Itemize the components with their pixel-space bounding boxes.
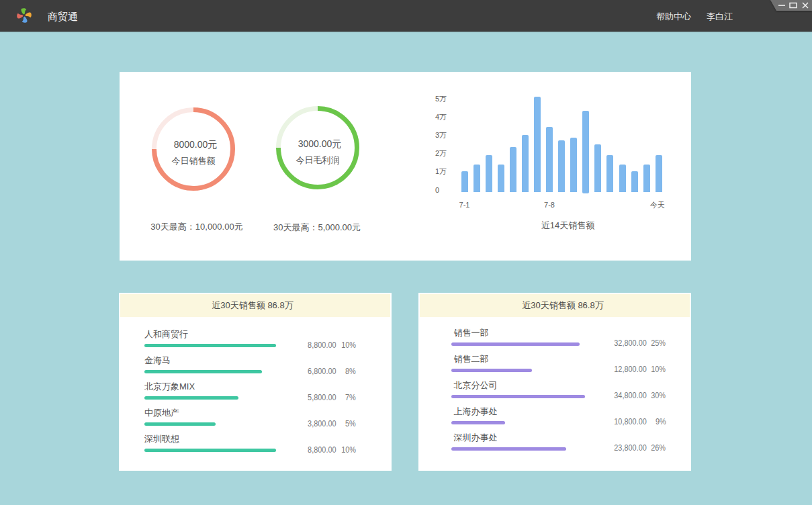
row-bar bbox=[144, 396, 238, 400]
row-value: 23,800.00 bbox=[614, 443, 647, 453]
y-axis-tick: 3万 bbox=[435, 130, 447, 140]
sales-bar bbox=[582, 111, 589, 193]
y-axis-tick: 4万 bbox=[435, 111, 447, 122]
row-bar bbox=[451, 421, 505, 424]
x-axis-tick: 7-8 bbox=[544, 201, 555, 209]
row-value: 12,800.00 bbox=[614, 364, 647, 374]
row-value: 10,800.00 bbox=[614, 416, 647, 426]
maximize-icon bbox=[788, 0, 799, 11]
close-icon bbox=[800, 0, 811, 11]
row-label: 金海马 bbox=[144, 355, 171, 367]
row-value: 8,800.00 bbox=[308, 445, 336, 455]
row-label: 销售一部 bbox=[454, 327, 489, 339]
sales-bar bbox=[606, 155, 613, 192]
app-logo-icon bbox=[15, 7, 33, 24]
row-label: 深圳办事处 bbox=[454, 432, 498, 444]
user-menu[interactable]: 李白江 bbox=[707, 0, 733, 32]
x-axis-tick: 7-1 bbox=[459, 201, 470, 209]
row-value: 5,800.00 bbox=[308, 392, 336, 402]
row-label: 销售二部 bbox=[454, 353, 489, 365]
window-controls-wrap bbox=[770, 0, 812, 11]
row-bar bbox=[144, 449, 276, 452]
row-label: 北京万象MIX bbox=[144, 381, 195, 393]
row-percent: 30% bbox=[651, 390, 666, 400]
maximize-button[interactable] bbox=[788, 0, 799, 11]
row-percent: 10% bbox=[341, 445, 356, 455]
row-percent: 25% bbox=[651, 338, 666, 348]
close-button[interactable] bbox=[800, 0, 811, 11]
sales-bar bbox=[534, 97, 541, 192]
y-axis-tick: 2万 bbox=[435, 148, 447, 158]
row-label: 北京分公司 bbox=[454, 379, 498, 392]
row-label: 深圳联想 bbox=[144, 433, 179, 445]
today-overview-card: 8000.00元 今日销售额 3000.00元 今日毛利润 30天最高：10,0… bbox=[120, 72, 691, 261]
row-bar bbox=[144, 422, 216, 426]
last14-days-chart-title: 近14天销售额 bbox=[541, 220, 594, 232]
y-axis-tick: 5万 bbox=[435, 93, 447, 103]
row-value: 32,800.00 bbox=[614, 338, 647, 348]
sales-bar bbox=[546, 127, 553, 192]
top-bar: 商贸通 帮助中心 李白江 bbox=[0, 0, 812, 32]
row-bar bbox=[451, 395, 585, 398]
sales-bar bbox=[522, 135, 529, 192]
row-percent: 5% bbox=[345, 418, 356, 428]
row-bar bbox=[451, 447, 566, 451]
sales-bar bbox=[498, 165, 504, 192]
row-value: 6,800.00 bbox=[308, 366, 336, 376]
sales-bar bbox=[473, 165, 480, 192]
window-controls bbox=[770, 0, 812, 11]
row-label: 上海办事处 bbox=[454, 406, 498, 418]
help-center-link[interactable]: 帮助中心 bbox=[656, 0, 691, 32]
y-axis-tick: 0 bbox=[435, 186, 439, 194]
sales-bar bbox=[558, 140, 565, 192]
row-percent: 10% bbox=[341, 340, 356, 350]
row-bar bbox=[144, 370, 262, 373]
y-axis-tick: 1万 bbox=[435, 167, 447, 177]
top-customers-card-title: 近30天销售额 86.8万 bbox=[120, 294, 390, 317]
top-departments-card: 近30天销售额 86.8万 销售一部32,800.0025%销售二部12,800… bbox=[418, 293, 691, 471]
sales-bar bbox=[570, 138, 577, 192]
top-customers-card: 近30天销售额 86.8万 人和商贸行8,800.0010%金海马6,800.0… bbox=[119, 293, 392, 471]
row-label: 中原地产 bbox=[144, 407, 179, 419]
row-label: 人和商贸行 bbox=[144, 328, 188, 340]
sales-bar bbox=[619, 165, 626, 192]
row-value: 8,800.00 bbox=[308, 340, 336, 350]
last14-days-bar-chart: 01万2万3万4万5万7-17-8今天 bbox=[120, 72, 691, 260]
sales-bar bbox=[461, 171, 468, 192]
row-bar bbox=[144, 344, 276, 347]
minimize-icon bbox=[776, 0, 787, 11]
top-departments-card-title: 近30天销售额 86.8万 bbox=[420, 294, 690, 317]
row-percent: 9% bbox=[656, 416, 666, 426]
minimize-button[interactable] bbox=[776, 0, 787, 11]
sales-bar bbox=[510, 147, 516, 192]
sales-bar bbox=[486, 155, 492, 192]
row-percent: 10% bbox=[651, 364, 666, 374]
row-percent: 8% bbox=[345, 366, 356, 376]
row-percent: 26% bbox=[651, 443, 666, 453]
sales-bar bbox=[643, 165, 650, 192]
sales-bar bbox=[631, 171, 638, 192]
row-bar bbox=[451, 369, 532, 372]
sales-bar bbox=[594, 144, 601, 192]
row-bar bbox=[451, 342, 580, 346]
sales-bar bbox=[656, 155, 662, 192]
app-title: 商贸通 bbox=[48, 0, 78, 32]
x-axis-tick: 今天 bbox=[650, 200, 665, 210]
row-value: 34,800.00 bbox=[614, 390, 647, 400]
row-value: 3,800.00 bbox=[308, 418, 336, 428]
row-percent: 7% bbox=[345, 392, 356, 402]
